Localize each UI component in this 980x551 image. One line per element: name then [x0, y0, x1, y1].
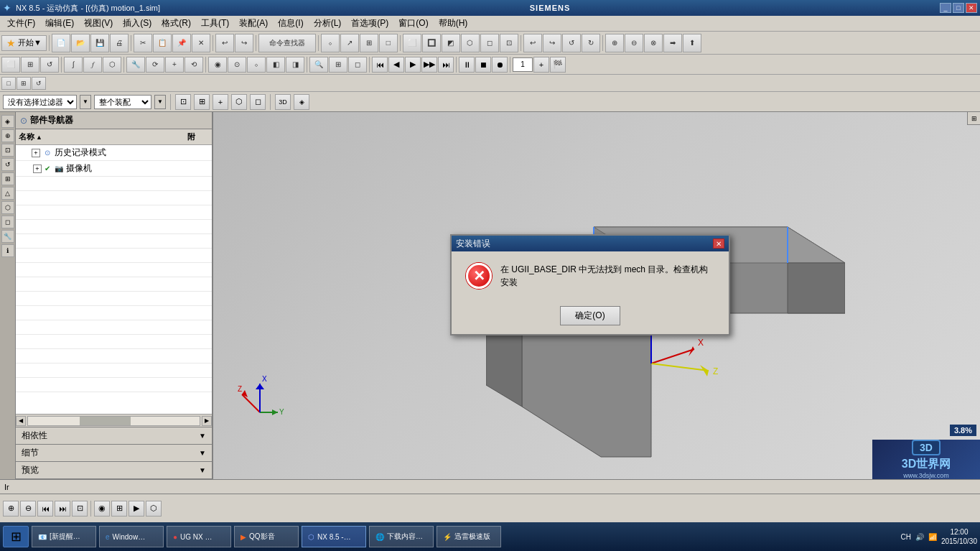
volume-icon[interactable]: 🔊	[915, 533, 924, 541]
menu-format[interactable]: 格式(R)	[157, 16, 195, 31]
maximize-button[interactable]: □	[953, 3, 964, 13]
t8[interactable]: ⬡	[461, 34, 480, 52]
side-icon-6[interactable]: △	[1, 187, 14, 200]
side-icon-1[interactable]: ◈	[1, 115, 14, 128]
tb2-4[interactable]: ∫	[64, 57, 83, 73]
snap3-2[interactable]: ⊞	[17, 77, 31, 90]
menu-file[interactable]: 文件(F)	[3, 16, 39, 31]
taskbar-item-download[interactable]: 🌐 下载内容…	[369, 526, 434, 547]
t4[interactable]: □	[379, 34, 398, 52]
copy-btn[interactable]: 📋	[153, 34, 172, 52]
filter-3d1[interactable]: 3D	[275, 94, 291, 110]
taskbar-item-nx[interactable]: ⬡ NX 8.5 -…	[302, 526, 366, 547]
t18[interactable]: ➡	[663, 34, 682, 52]
bt-icon2[interactable]: ⊖	[20, 501, 36, 517]
side-icon-10[interactable]: ℹ	[1, 244, 14, 257]
menu-help[interactable]: 帮助(H)	[434, 16, 472, 31]
side-icon-8[interactable]: ◻	[1, 216, 14, 228]
filter-icon5[interactable]: ◻	[250, 94, 266, 110]
side-icon-4[interactable]: ↺	[1, 158, 14, 171]
open-btn[interactable]: 📂	[71, 34, 90, 52]
redo-btn[interactable]: ↪	[235, 34, 253, 52]
paste-btn[interactable]: 📌	[172, 34, 191, 52]
filter-icon3[interactable]: +	[213, 94, 228, 110]
tb2-11[interactable]: ◉	[208, 57, 227, 73]
bt-icon8[interactable]: ▶	[129, 501, 144, 517]
menu-tools[interactable]: 工具(T)	[197, 16, 233, 31]
taskbar-item-notification[interactable]: 📧 [新提醒…	[32, 526, 96, 547]
bt-icon5[interactable]: ⊡	[72, 501, 88, 517]
tree-row-history[interactable]: + ⊙ 历史记录模式	[16, 145, 212, 161]
t16[interactable]: ⊖	[625, 34, 643, 52]
bt-icon3[interactable]: ⏮	[37, 501, 53, 517]
t10[interactable]: ⊡	[500, 34, 518, 52]
tb2-3[interactable]: ↺	[40, 57, 59, 73]
filter-3d2[interactable]: ◈	[294, 94, 309, 110]
viewport-3d[interactable]: ⊞	[213, 112, 980, 479]
anim-skip-back[interactable]: ⏮	[372, 57, 388, 73]
t13[interactable]: ↺	[562, 34, 581, 52]
filter-icon2[interactable]: ⊞	[194, 94, 210, 110]
anim-stop[interactable]: ⏹	[475, 57, 491, 73]
tree-row-camera[interactable]: + ✔ 📷 摄像机	[16, 161, 212, 177]
anim-forward[interactable]: ▶▶	[421, 57, 437, 73]
scroll-right[interactable]: ▶	[202, 416, 212, 426]
assembly-dropdown-btn[interactable]: ▼	[154, 95, 166, 109]
scroll-thumb[interactable]	[80, 417, 131, 425]
expand-camera[interactable]: +	[33, 165, 42, 173]
frame-number-input[interactable]	[513, 57, 533, 72]
menu-window[interactable]: 窗口(O)	[394, 16, 432, 31]
minimize-button[interactable]: _	[940, 3, 951, 13]
close-button[interactable]: ✕	[966, 3, 977, 13]
tb2-17[interactable]: ⊞	[329, 57, 347, 73]
new-btn[interactable]: 📄	[52, 34, 70, 52]
tab-dependencies[interactable]: 相依性 ▼	[16, 427, 212, 445]
tab-preview[interactable]: 预览 ▼	[16, 462, 212, 479]
side-icon-2[interactable]: ⊕	[1, 129, 14, 142]
anim-plus[interactable]: +	[533, 57, 549, 73]
tb2-9[interactable]: +	[165, 57, 184, 73]
tab-details[interactable]: 细节 ▼	[16, 445, 212, 462]
menu-edit[interactable]: 编辑(E)	[41, 16, 78, 31]
tb2-16[interactable]: 🔍	[309, 57, 328, 73]
side-icon-3[interactable]: ⊡	[1, 144, 14, 157]
t2[interactable]: ↗	[340, 34, 359, 52]
scroll-left[interactable]: ◀	[16, 416, 26, 426]
menu-view[interactable]: 视图(V)	[80, 16, 117, 31]
tb2-18[interactable]: ◻	[348, 57, 367, 73]
snap3-3[interactable]: ↺	[32, 77, 46, 90]
tb2-2[interactable]: ⊞	[21, 57, 39, 73]
t9[interactable]: ◻	[480, 34, 499, 52]
dialog-ok-button[interactable]: 确定(O)	[560, 306, 620, 325]
t7[interactable]: ◩	[442, 34, 460, 52]
bt-icon9[interactable]: ⬡	[146, 501, 162, 517]
taskbar-item-ie[interactable]: e Window…	[99, 526, 164, 547]
bt-icon6[interactable]: ◉	[94, 501, 110, 517]
expand-history[interactable]: +	[32, 149, 40, 157]
anim-pause[interactable]: ⏸	[459, 57, 475, 73]
side-icon-7[interactable]: ⬡	[1, 201, 14, 214]
cut-btn[interactable]: ✂	[134, 34, 152, 52]
t19[interactable]: ⬆	[683, 34, 701, 52]
t3[interactable]: ⊞	[360, 34, 378, 52]
t1[interactable]: ⬦	[321, 34, 340, 52]
filter-icon4[interactable]: ⬡	[231, 94, 247, 110]
dialog-close-button[interactable]: ✕	[713, 239, 724, 249]
tb2-5[interactable]: 𝑓	[83, 57, 102, 73]
assembly-filter-select[interactable]: 整个装配	[94, 95, 151, 109]
undo-btn[interactable]: ↩	[215, 34, 234, 52]
print-btn[interactable]: 🖨	[110, 34, 129, 52]
tb2-1[interactable]: ⬜	[1, 57, 20, 73]
scroll-track[interactable]	[27, 416, 200, 426]
tb2-13[interactable]: ⬦	[247, 57, 266, 73]
anim-skip-fwd[interactable]: ⏭	[438, 57, 454, 73]
menu-insert[interactable]: 插入(S)	[118, 16, 156, 31]
t11[interactable]: ↩	[523, 34, 542, 52]
tb2-7[interactable]: 🔧	[126, 57, 145, 73]
anim-back[interactable]: ◀	[388, 57, 404, 73]
side-icon-9[interactable]: 🔧	[1, 230, 14, 243]
t15[interactable]: ⊕	[605, 34, 624, 52]
anim-play[interactable]: ▶	[405, 57, 421, 73]
taskbar-item-qq[interactable]: ▶ QQ影音	[234, 526, 299, 547]
anim-record[interactable]: ⏺	[492, 57, 508, 73]
